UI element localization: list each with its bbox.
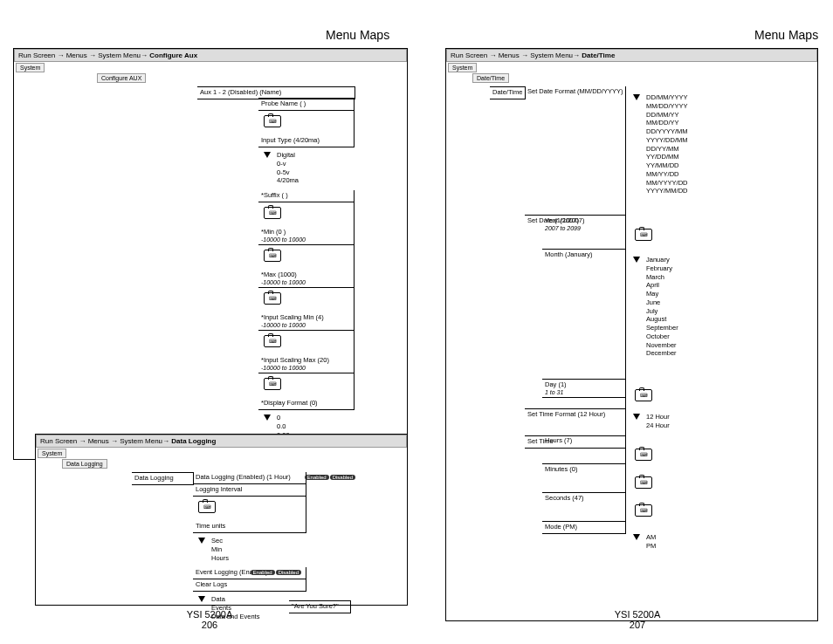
tab-config-aux: Configure AUX	[97, 73, 146, 83]
keypad-icon: ⌨	[198, 501, 216, 513]
pill-enabled: Enabled	[305, 475, 329, 480]
tab-system: System	[448, 63, 477, 72]
row: Hours (7)	[542, 435, 625, 464]
row: "Are You Sure?"	[289, 601, 350, 613]
row: Set Date Format (MM/DD/YYYY)	[525, 86, 625, 216]
tab-data-logging: Data Logging	[62, 459, 107, 469]
row: Month (January)	[542, 250, 625, 380]
opt: 0.0	[274, 422, 293, 431]
opt: 0	[274, 414, 293, 422]
page-configure-aux: Run Screen → Menus → System Menu→ Config…	[13, 48, 408, 460]
footer-right: YSI 5200A207	[594, 609, 681, 630]
row: Time units	[193, 521, 306, 533]
format-list: DD/MM/YYYYMM/DD/YYYY DD/MM/YYMM/DD/YY DD…	[644, 93, 691, 195]
keypad-icon: ⌨	[635, 476, 652, 489]
row: Clear Logs	[193, 579, 306, 592]
breadcrumb: Run Screen → Menus → System Menu→ Config…	[14, 49, 407, 62]
dropdown-icon	[198, 596, 205, 602]
opt: Hours	[209, 554, 231, 563]
page-title-right: Menu Maps	[754, 28, 818, 42]
pill-disabled: Disabled	[330, 475, 355, 480]
row: Set Time Format (12 Hour)	[525, 409, 625, 436]
keypad-icon: ⌨	[264, 292, 281, 305]
row: Logging Interval	[193, 484, 306, 497]
row: Event Logging (Enabled) EnabledDisabled	[193, 567, 306, 579]
row: *Input Scaling Max (20)-10000 to 10000	[258, 355, 354, 373]
row: Date/Time	[490, 87, 525, 99]
keypad-icon: ⌨	[635, 504, 652, 517]
keypad-icon: ⌨	[264, 115, 281, 127]
row: *Max (1000)-10000 to 10000	[258, 270, 354, 288]
dropdown-icon	[633, 257, 640, 263]
row: *Display Format (0)	[258, 398, 354, 410]
footer-left: YSI 5200A206	[166, 609, 253, 630]
opt: 12 Hour	[644, 413, 672, 421]
row: Day (1)1 to 31	[542, 380, 625, 398]
dropdown-icon	[633, 94, 640, 100]
opt: Min	[209, 545, 231, 554]
keypad-icon: ⌨	[264, 378, 281, 390]
months-list: JanuaryFebruary MarchApril MayJune JulyA…	[644, 256, 681, 358]
row: *Input Scaling Min (4)-10000 to 10000	[258, 312, 354, 331]
row: Probe Name ( )	[258, 99, 354, 111]
keypad-icon: ⌨	[264, 335, 281, 347]
keypad-icon: ⌨	[635, 389, 652, 401]
keypad-icon: ⌨	[635, 449, 652, 461]
tab-system: System	[16, 63, 45, 72]
keypad-icon: ⌨	[635, 229, 652, 241]
opt: AM	[644, 533, 658, 542]
pill-enabled: Enabled	[251, 570, 275, 575]
opt: 24 Hour	[644, 421, 672, 430]
breadcrumb: Run Screen → Menus → System Menu→ Date/T…	[446, 49, 817, 62]
opt: 0-v	[274, 160, 301, 168]
opt: 0-5v	[274, 168, 301, 177]
row: Data Logging (Enabled) (1 Hour) EnabledD…	[193, 472, 306, 484]
row: Mode (PM)	[542, 522, 625, 534]
row: Data Logging	[132, 473, 193, 485]
opt: Sec	[209, 537, 231, 545]
dropdown-icon	[264, 152, 271, 158]
row: Minutes (0)	[542, 464, 625, 493]
dropdown-icon	[633, 414, 640, 420]
row: Year (2007)2007 to 2099	[542, 216, 625, 250]
row: *Suffix ( )	[258, 190, 354, 202]
keypad-icon: ⌨	[264, 207, 281, 219]
page-data-logging: Run Screen → Menus → System Menu→ Data L…	[35, 434, 408, 606]
page-date-time: Run Screen → Menus → System Menu→ Date/T…	[445, 48, 818, 621]
tab-system: System	[38, 449, 66, 458]
keypad-icon: ⌨	[264, 250, 281, 262]
dropdown-icon	[198, 538, 205, 544]
pill-disabled: Disabled	[276, 570, 301, 575]
breadcrumb: Run Screen → Menus → System Menu→ Data L…	[36, 435, 407, 448]
tab-datetime: Date/Time	[472, 73, 509, 83]
row: Input Type (4/20ma)	[258, 135, 354, 147]
opt: PM	[644, 542, 658, 551]
row: Seconds (47)	[542, 493, 625, 522]
opt: Digital	[274, 151, 301, 160]
opt: Data	[209, 595, 262, 604]
page-title-left: Menu Maps	[326, 28, 389, 42]
row: *Min (0 )-10000 to 10000	[258, 227, 354, 245]
dropdown-icon	[633, 534, 640, 540]
dropdown-icon	[264, 414, 271, 421]
opt: 4/20ma	[274, 176, 301, 185]
